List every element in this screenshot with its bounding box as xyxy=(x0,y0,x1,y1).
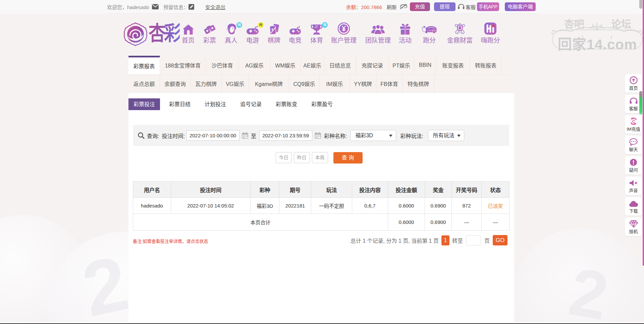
svg-text:C: C xyxy=(632,119,635,124)
svg-text:2.16 清华大学: 2.16 清华大学 xyxy=(427,29,437,32)
